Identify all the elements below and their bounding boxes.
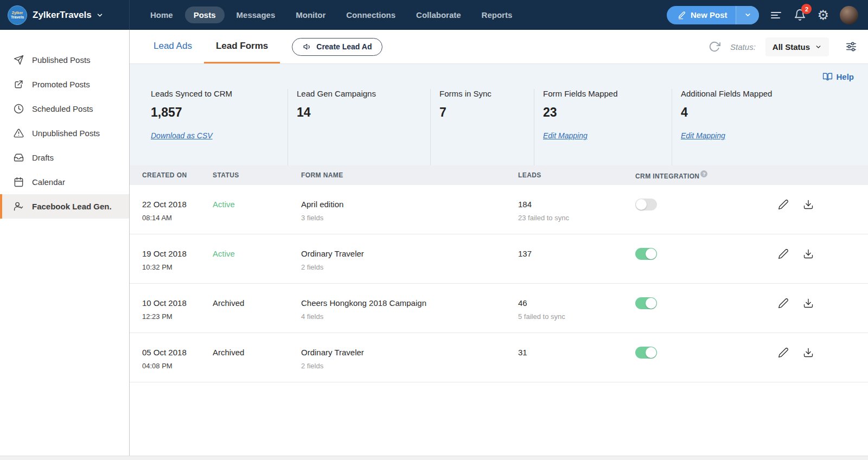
edit-form-button[interactable] [778,298,789,333]
crm-sync-toggle[interactable] [635,347,657,359]
header-form-name: FORM NAME [301,171,518,179]
app-root: Zylker Travels ZylkerTravels Home Posts … [0,0,868,460]
nav-collaborate[interactable]: Collaborate [407,7,470,23]
edit-form-button[interactable] [778,199,789,234]
sidebar-item-promoted-posts[interactable]: Promoted Posts [0,72,129,97]
sidebar-item-unpublished-posts[interactable]: Unpublished Posts [0,121,129,145]
row-date: 19 Oct 2018 [142,249,213,258]
table-row: 10 Oct 2018 12:23 PM Archived Cheers Hon… [130,284,868,333]
sidebar-item-drafts[interactable]: Drafts [0,145,129,170]
new-post-button[interactable]: New Post [667,6,760,24]
download-csv-link[interactable]: Download as CSV [151,131,213,140]
topbar: Zylker Travels ZylkerTravels Home Posts … [0,0,868,30]
refresh-button[interactable] [709,41,720,53]
help-link[interactable]: Help [822,72,854,82]
brand-name: ZylkerTravels [33,10,92,21]
edit-mapping-link[interactable]: Edit Mapping [543,131,588,140]
table-row: 19 Oct 2018 10:32 PM Active Ordinary Tra… [130,234,868,284]
content-header: Lead Ads Lead Forms Create Lead Ad Statu… [130,30,868,64]
download-leads-button[interactable] [803,347,814,382]
page-bottom-strip [0,456,868,460]
status-badge: Active [213,249,235,258]
edit-form-button[interactable] [778,347,789,382]
refresh-icon [709,41,720,53]
sidebar-item-scheduled-posts[interactable]: Scheduled Posts [0,97,129,121]
brand-logo-text: Zylker [12,11,23,15]
crm-sync-toggle[interactable] [635,248,657,260]
chevron-down-icon [815,43,822,50]
form-fields-count: 4 fields [301,312,518,321]
chevron-down-icon [744,11,751,18]
chevron-down-icon [96,11,104,19]
pencil-icon [778,199,789,210]
leads-failed-note: 23 failed to sync [518,214,635,222]
sidebar-item-label: Drafts [32,153,54,162]
pencil-icon [678,11,686,20]
pencil-icon [778,248,789,259]
help-label: Help [836,72,854,81]
form-fields-count: 3 fields [301,214,518,222]
form-name: Ordinary Traveler [301,348,518,357]
row-time: 08:14 AM [142,214,213,222]
nav-monitor[interactable]: Monitor [287,7,334,23]
crm-sync-toggle[interactable] [635,297,657,309]
brand-logo-icon: Zylker Travels [8,5,27,25]
nav-posts[interactable]: Posts [185,7,225,23]
sidebar-item-calendar[interactable]: Calendar [0,170,129,194]
table-row: 05 Oct 2018 04:08 PM Archived Ordinary T… [130,333,868,382]
row-time: 12:23 PM [142,312,213,321]
stats-row: Leads Synced to CRM 1,857 Download as CS… [130,64,868,165]
download-leads-button[interactable] [803,199,814,234]
sidebar-item-label: Promoted Posts [32,80,90,89]
nav-connections[interactable]: Connections [337,7,404,23]
user-avatar[interactable] [840,6,858,24]
header-created-on: CREATED ON [130,171,213,179]
form-fields-count: 2 fields [301,362,518,370]
stat-form-fields-mapped: Form Fields Mapped 23 Edit Mapping [534,89,672,165]
settings-button[interactable]: ⚙ [817,9,829,22]
new-post-dropdown[interactable] [736,6,759,24]
clock-icon [14,104,24,114]
notifications-button[interactable]: 2 [794,9,806,21]
nav-messages[interactable]: Messages [228,7,284,23]
sidebar-item-label: Calendar [32,177,65,187]
row-time: 10:32 PM [142,263,213,271]
download-icon [803,298,814,309]
crm-sync-toggle[interactable] [635,199,657,210]
leads-count: 137 [518,249,635,258]
tab-lead-forms[interactable]: Lead Forms [204,30,280,63]
create-lead-ad-button[interactable]: Create Lead Ad [292,38,382,56]
download-leads-button[interactable] [803,298,814,333]
table-row: 22 Oct 2018 08:14 AM Active April editio… [130,185,868,234]
nav-home[interactable]: Home [142,7,182,23]
create-lead-ad-label: Create Lead Ad [316,42,372,51]
filter-button[interactable] [845,41,857,53]
sidebar-item-label: Published Posts [32,55,91,65]
nav-reports[interactable]: Reports [473,7,521,23]
header-controls: Status: All Status [709,30,868,63]
brand-switcher[interactable]: Zylker Travels ZylkerTravels [0,0,130,30]
warning-icon [14,128,24,138]
status-filter-label: Status: [730,42,756,52]
stat-additional-fields-mapped: Additional Fields Mapped 4 Edit Mapping [672,89,868,165]
lead-gen-icon [14,201,24,212]
calendar-icon [14,177,24,187]
form-fields-count: 2 fields [301,263,518,271]
activity-list-button[interactable] [770,9,783,22]
help-question-icon[interactable]: ? [700,170,707,177]
download-leads-button[interactable] [803,248,814,283]
download-icon [803,347,814,358]
sidebar-item-facebook-lead-gen[interactable]: Facebook Lead Gen. [0,194,129,219]
stat-leads-synced: Leads Synced to CRM 1,857 Download as CS… [130,89,288,165]
status-badge: Archived [213,348,244,357]
sidebar-item-published-posts[interactable]: Published Posts [0,48,129,72]
edit-form-button[interactable] [778,248,789,283]
leads-failed-note: 5 failed to sync [518,312,635,321]
tab-lead-ads[interactable]: Lead Ads [142,30,204,63]
status-filter-dropdown[interactable]: All Status [765,37,829,56]
row-date: 10 Oct 2018 [142,298,213,308]
header-leads: LEADS [518,171,635,179]
form-name: Ordinary Traveler [301,249,518,258]
edit-mapping-link[interactable]: Edit Mapping [681,131,725,140]
form-name: Cheers Hongkong 2018 Campaign [301,298,518,308]
